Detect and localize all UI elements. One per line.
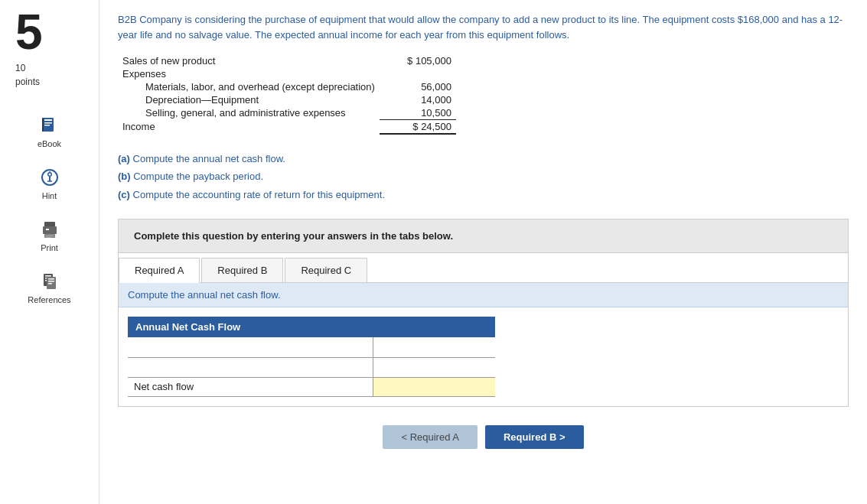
expense-label-2: Selling, general, and administrative exp… [118, 106, 380, 120]
cash-flow-label-input-1[interactable] [128, 358, 373, 376]
svg-rect-15 [46, 236, 54, 236]
cash-flow-label-0 [128, 337, 373, 357]
next-button[interactable]: Required B > [485, 425, 584, 449]
sidebar-item-references[interactable]: References [0, 262, 99, 314]
expenses-header-row: Expenses [118, 67, 456, 80]
references-label: References [28, 295, 70, 304]
svg-point-7 [48, 174, 51, 176]
income-value: $ 24,500 [380, 120, 456, 135]
question-number: 5 [0, 8, 43, 57]
sidebar-item-ebook[interactable]: eBook [0, 106, 99, 158]
financial-table: Sales of new product $ 105,000 Expenses … [118, 54, 849, 135]
instruction-b: (b) Compute the payback period. [118, 167, 849, 185]
cash-flow-value-0 [373, 337, 495, 357]
cash-flow-row-net: Net cash flow [128, 377, 495, 396]
references-icon [39, 271, 60, 292]
income-label: Income [118, 120, 380, 135]
expense-label-1: Depreciation—Equipment [118, 93, 380, 106]
svg-rect-23 [48, 281, 54, 282]
ebook-label: eBook [37, 139, 61, 148]
expense-value-0: 56,000 [380, 80, 456, 93]
svg-rect-22 [48, 278, 54, 280]
svg-rect-4 [42, 118, 44, 132]
cash-flow-value-input-0[interactable] [373, 338, 496, 356]
question-text: B2B Company is considering the purchase … [118, 12, 849, 42]
points-label: 10 [0, 63, 25, 73]
sidebar: 5 10 points eBook [0, 0, 99, 504]
instructions: (a) Compute the annual net cash flow. (b… [118, 150, 849, 203]
sales-row: Sales of new product $ 105,000 [118, 54, 456, 67]
svg-rect-3 [44, 125, 50, 126]
tab-required-a[interactable]: Required A [119, 258, 200, 283]
expense-row-0: Materials, labor, and overhead (except d… [118, 80, 456, 93]
svg-rect-24 [48, 283, 52, 285]
print-label: Print [41, 243, 58, 252]
instruction-c: (c) Compute the accounting rate of retur… [118, 186, 849, 203]
sales-value: $ 105,000 [380, 54, 456, 67]
cash-flow-value-input-1[interactable] [373, 358, 496, 376]
cash-flow-label-input-0[interactable] [128, 338, 373, 356]
net-cash-flow-value [373, 377, 495, 396]
cash-flow-section: Annual Net Cash Flow [119, 307, 848, 406]
expense-row-2: Selling, general, and administrative exp… [118, 106, 456, 120]
expenses-label: Expenses [118, 67, 380, 80]
sidebar-item-print[interactable]: Print [0, 210, 99, 262]
cash-flow-table: Annual Net Cash Flow [128, 317, 495, 397]
compute-highlighted: annual net cash flow [187, 289, 278, 301]
expense-value-1: 14,000 [380, 93, 456, 106]
svg-rect-18 [45, 275, 51, 277]
main-content: B2B Company is considering the purchase … [99, 0, 867, 504]
income-row: Income $ 24,500 [118, 120, 456, 135]
prev-button[interactable]: < Required A [383, 425, 478, 449]
nav-buttons: < Required A Required B > [118, 425, 849, 461]
cash-flow-value-1 [373, 357, 495, 377]
tabs-header: Required A Required B Required C [119, 253, 848, 283]
svg-rect-12 [43, 226, 57, 234]
points-text: points [0, 76, 40, 87]
tabs-container: Required A Required B Required C Compute… [118, 253, 849, 407]
expense-row-1: Depreciation—Equipment 14,000 [118, 93, 456, 106]
sales-label: Sales of new product [118, 54, 380, 67]
expense-label-0: Materials, labor, and overhead (except d… [118, 80, 380, 93]
compute-bar: Compute the annual net cash flow. [119, 283, 848, 307]
tab-content: Compute the annual net cash flow. Annual… [119, 283, 848, 406]
net-cash-flow-input[interactable] [373, 378, 496, 396]
expense-value-2: 10,500 [380, 106, 456, 120]
cash-flow-row-0 [128, 337, 495, 357]
net-cash-flow-label: Net cash flow [128, 377, 373, 396]
svg-rect-2 [44, 122, 52, 124]
cash-flow-label-1 [128, 357, 373, 377]
instruction-banner: Complete this question by entering your … [118, 219, 849, 253]
hint-label: Hint [42, 191, 57, 200]
svg-rect-14 [46, 229, 49, 230]
sidebar-tools: eBook Hint [0, 106, 99, 314]
cash-flow-header: Annual Net Cash Flow [128, 317, 495, 337]
hint-icon [39, 167, 60, 188]
cash-flow-row-1 [128, 357, 495, 377]
sidebar-item-hint[interactable]: Hint [0, 158, 99, 210]
tab-required-b[interactable]: Required B [201, 258, 283, 282]
print-icon [39, 219, 60, 240]
book-icon [39, 115, 60, 136]
svg-rect-1 [44, 119, 52, 121]
svg-rect-16 [46, 237, 51, 238]
tab-required-c[interactable]: Required C [285, 258, 367, 282]
instruction-a: (a) Compute the annual net cash flow. [118, 150, 849, 167]
